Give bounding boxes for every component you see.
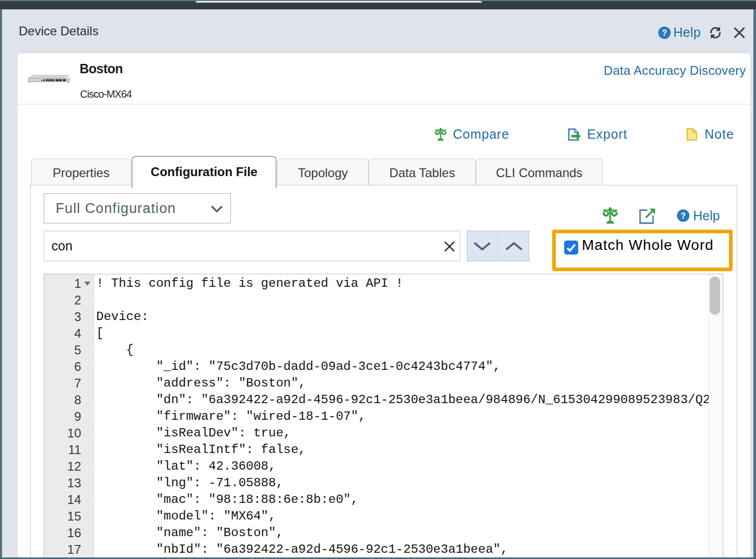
svg-text:?: ? <box>662 29 667 37</box>
svg-text:?: ? <box>681 211 686 220</box>
